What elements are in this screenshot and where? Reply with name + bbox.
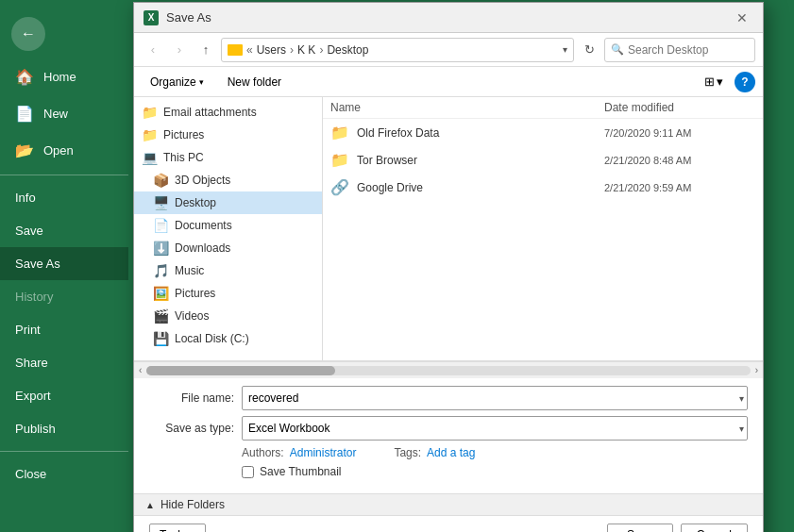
tree-item-downloads[interactable]: ⬇️ Downloads bbox=[134, 237, 322, 259]
forward-nav-button[interactable]: › bbox=[168, 39, 191, 61]
tree-item-videos[interactable]: 🎬 Videos bbox=[134, 305, 322, 327]
organize-button[interactable]: Organize ▾ bbox=[142, 73, 212, 91]
tree-item-music[interactable]: 🎵 Music bbox=[134, 259, 322, 282]
tree-item-documents[interactable]: 📄 Documents bbox=[134, 214, 322, 237]
downloads-icon: ⬇️ bbox=[153, 241, 169, 256]
tags-label: Tags: bbox=[394, 446, 421, 459]
file-row-old-firefox[interactable]: 📁 Old Firefox Data 7/20/2020 9:11 AM bbox=[323, 119, 763, 146]
meta-row: Authors: Administrator Tags: Add a tag bbox=[149, 446, 748, 459]
sidebar-item-home[interactable]: 🏠 Home bbox=[0, 58, 128, 95]
close-button[interactable]: ✕ bbox=[731, 7, 753, 29]
tree-item-downloads-label: Downloads bbox=[175, 241, 230, 255]
tree-item-local-disk-label: Local Disk (C:) bbox=[175, 332, 249, 345]
sidebar-item-info[interactable]: Info bbox=[0, 181, 128, 214]
hscroll-right-arrow[interactable]: › bbox=[752, 365, 761, 375]
savetype-input-wrap: ▾ bbox=[242, 416, 748, 441]
sidebar-item-save-as-label: Save As bbox=[15, 257, 60, 271]
sidebar-item-home-label: Home bbox=[43, 70, 76, 84]
file-row-tor-browser[interactable]: 📁 Tor Browser 2/21/2020 8:48 AM bbox=[323, 146, 763, 174]
google-drive-icon: 🔗 bbox=[330, 178, 349, 196]
tor-browser-date: 2/21/2020 8:48 AM bbox=[604, 155, 755, 166]
desktop-icon: 🖥️ bbox=[153, 195, 169, 210]
sidebar-item-save-label: Save bbox=[15, 224, 43, 238]
tree-item-pictures-label: Pictures bbox=[175, 287, 215, 300]
sidebar-item-share-label: Share bbox=[15, 356, 48, 370]
cancel-button[interactable]: Cancel bbox=[681, 524, 748, 532]
sidebar-item-save[interactable]: Save bbox=[0, 214, 128, 247]
excel-icon: X bbox=[144, 10, 159, 25]
sidebar-item-close[interactable]: Close bbox=[0, 457, 128, 490]
tree-item-3d-objects[interactable]: 📦 3D Objects bbox=[134, 169, 322, 191]
sidebar-divider-1 bbox=[0, 175, 128, 175]
path-dropdown-arrow[interactable]: ▾ bbox=[563, 44, 567, 55]
refresh-button[interactable]: ↻ bbox=[578, 39, 600, 61]
content-area: 📁 Email attachments 📁 Pictures 💻 This PC… bbox=[134, 97, 763, 361]
file-row-google-drive[interactable]: 🔗 Google Drive 2/21/2020 9:59 AM bbox=[323, 174, 763, 201]
hscroll-left-arrow[interactable]: ‹ bbox=[136, 365, 144, 375]
tree-item-pictures[interactable]: 🖼️ Pictures bbox=[134, 282, 322, 305]
bottom-form: File name: ▾ Save as type: ▾ Authors: Ad… bbox=[134, 378, 763, 493]
path-arrow-1: › bbox=[290, 43, 294, 57]
authors-value[interactable]: Administrator bbox=[290, 446, 357, 459]
view-icon: ⊞ bbox=[704, 75, 715, 89]
hide-folders-label: Hide Folders bbox=[160, 498, 225, 511]
sidebar-item-open-label: Open bbox=[43, 143, 74, 158]
hscroll-bar: ‹ › bbox=[134, 361, 763, 378]
savetype-row: Save as type: ▾ bbox=[149, 416, 748, 441]
save-button[interactable]: Save bbox=[607, 524, 673, 532]
sidebar-item-print[interactable]: Print bbox=[0, 313, 128, 346]
tree-item-pictures-quick-label: Pictures bbox=[163, 128, 204, 141]
search-input[interactable] bbox=[628, 43, 769, 57]
music-icon: 🎵 bbox=[153, 263, 169, 278]
col-name-header[interactable]: Name bbox=[330, 101, 604, 114]
sidebar-item-publish[interactable]: Publish bbox=[0, 412, 128, 445]
tree-item-this-pc[interactable]: 💻 This PC bbox=[134, 146, 322, 169]
email-attachments-icon: 📁 bbox=[142, 105, 158, 120]
local-disk-icon: 💾 bbox=[153, 331, 169, 346]
open-icon: 📂 bbox=[15, 141, 34, 159]
tree-item-desktop[interactable]: 🖥️ Desktop bbox=[134, 191, 322, 214]
tags-value[interactable]: Add a tag bbox=[427, 446, 475, 459]
help-label: ? bbox=[741, 75, 748, 89]
view-button[interactable]: ⊞ ▾ bbox=[701, 73, 727, 91]
tree-item-local-disk[interactable]: 💾 Local Disk (C:) bbox=[134, 327, 322, 350]
hscroll-track[interactable] bbox=[146, 366, 750, 375]
path-bar[interactable]: « Users › K K › Desktop ▾ bbox=[221, 38, 574, 62]
sidebar-item-export[interactable]: Export bbox=[0, 379, 128, 412]
help-button[interactable]: ? bbox=[735, 72, 755, 92]
hscroll-thumb[interactable] bbox=[146, 366, 335, 375]
sidebar-item-save-as[interactable]: Save As bbox=[0, 247, 128, 280]
sidebar-item-share[interactable]: Share bbox=[0, 346, 128, 379]
filename-input[interactable] bbox=[242, 386, 748, 410]
tools-button[interactable]: Tools ▾ bbox=[149, 524, 206, 532]
back-nav-button[interactable]: ‹ bbox=[142, 39, 164, 61]
path-desktop: Desktop bbox=[327, 43, 368, 57]
tree-item-email-attachments-label: Email attachments bbox=[163, 106, 257, 119]
documents-icon: 📄 bbox=[153, 218, 169, 233]
pictures-quick-icon: 📁 bbox=[142, 127, 158, 142]
savetype-label: Save as type: bbox=[149, 422, 234, 435]
new-folder-label: New folder bbox=[228, 75, 281, 89]
hide-folders-bar[interactable]: ▲ Hide Folders bbox=[134, 493, 763, 515]
savetype-input[interactable] bbox=[242, 416, 748, 441]
sidebar-item-export-label: Export bbox=[15, 389, 51, 403]
filename-row: File name: ▾ bbox=[149, 386, 748, 410]
sidebar-item-history[interactable]: History bbox=[0, 280, 128, 313]
view-dropdown-icon: ▾ bbox=[717, 75, 723, 89]
sidebar-item-open[interactable]: 📂 Open bbox=[0, 132, 128, 169]
sidebar-item-publish-label: Publish bbox=[15, 422, 56, 436]
col-date-header[interactable]: Date modified bbox=[604, 101, 755, 114]
new-folder-button[interactable]: New folder bbox=[220, 74, 289, 91]
pictures-icon: 🖼️ bbox=[153, 286, 169, 301]
sidebar-item-new[interactable]: 📄 New bbox=[0, 95, 128, 132]
tree-item-email-attachments[interactable]: 📁 Email attachments bbox=[134, 101, 322, 124]
up-nav-button[interactable]: ↑ bbox=[194, 39, 217, 61]
tree-item-documents-label: Documents bbox=[175, 219, 232, 232]
nav-bar: ‹ › ↑ « Users › K K › Desktop ▾ ↻ 🔍 bbox=[134, 33, 763, 67]
organize-label: Organize bbox=[150, 75, 196, 89]
tree-item-pictures-quick[interactable]: 📁 Pictures bbox=[134, 124, 322, 146]
back-button[interactable]: ← bbox=[11, 17, 45, 51]
organize-dropdown-icon: ▾ bbox=[199, 77, 204, 87]
videos-icon: 🎬 bbox=[153, 308, 169, 324]
thumbnail-checkbox[interactable] bbox=[242, 466, 254, 478]
